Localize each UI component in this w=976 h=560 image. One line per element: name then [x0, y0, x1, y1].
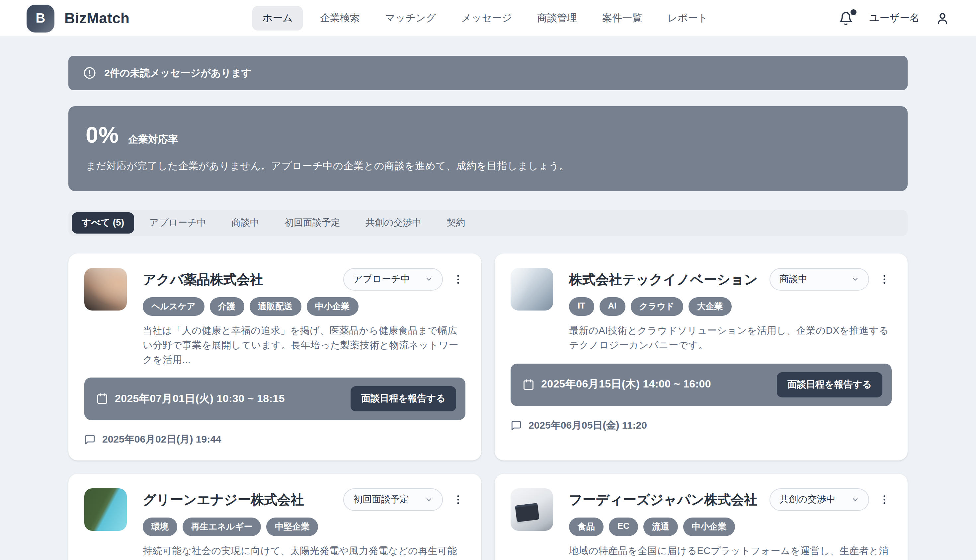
response-rate-value: 0% [86, 122, 119, 148]
brand-name: BizMatch [64, 10, 129, 27]
tag-chip: クラウド [630, 297, 683, 316]
filter-tab-co-creation[interactable]: 共創の交渉中 [356, 212, 431, 233]
status-dropdown-value: 初回面談予定 [353, 494, 409, 506]
card-title-row: アクバ薬品株式会社 アプローチ中 [143, 268, 465, 291]
response-rate-row: 0% 企業対応率 [86, 122, 890, 148]
primary-nav: ホーム 企業検索 マッチング メッセージ 商談管理 案件一覧 レポート [129, 6, 839, 30]
tag-chip: 中堅企業 [266, 518, 318, 537]
notification-unread-dot [851, 9, 857, 15]
kebab-menu-icon [452, 494, 464, 506]
app-root: B BizMatch ホーム 企業検索 マッチング メッセージ 商談管理 案件一… [0, 0, 976, 560]
response-rate-description: まだ対応が完了した企業がありません。アプローチ中の企業との商談を進めて、成約を目… [86, 160, 890, 173]
filter-tab-count: (5) [113, 217, 124, 228]
response-rate-label: 企業対応率 [128, 133, 178, 146]
company-name: 株式会社テックイノベーション [569, 270, 762, 288]
filter-tab-label: すべて [82, 217, 110, 228]
status-dropdown[interactable]: アプローチ中 [343, 268, 443, 291]
tag-list: ヘルスケア介護通販配送中小企業 [143, 297, 465, 316]
nav-item-negotiations[interactable]: 商談管理 [529, 7, 585, 30]
meeting-schedule-bar: 2025年07月01日(火) 10:30 ~ 18:15 面談日程を報告する [84, 378, 465, 420]
company-description: 地域の特産品を全国に届けるECプラットフォームを運営し、生産者と消費者を直接つな… [569, 544, 892, 560]
last-message-date: 2025年06月05日(金) 11:20 [528, 419, 647, 432]
notifications-button[interactable] [839, 11, 854, 25]
tag-chip: 流通 [643, 518, 678, 537]
tag-chip: 介護 [209, 297, 244, 316]
kebab-menu-icon [878, 494, 890, 506]
card-header-main: フーディーズジャパン株式会社 共創の交渉中 食品EC流通中小企業 [569, 489, 892, 537]
company-cards-grid: アクバ薬品株式会社 アプローチ中 ヘルスケア介護通販配送中小企業 当社は「 [69, 253, 907, 560]
calendar-icon [96, 393, 108, 405]
company-thumbnail [84, 489, 127, 531]
tag-chip: 大企業 [689, 297, 732, 316]
card-header: アクバ薬品株式会社 アプローチ中 ヘルスケア介護通販配送中小企業 [84, 268, 465, 316]
card-header-main: グリーンエナジー株式会社 初回面談予定 環境再生エネルギー中堅企業 [143, 489, 465, 537]
tag-list: 食品EC流通中小企業 [569, 518, 892, 537]
tag-list: 環境再生エネルギー中堅企業 [143, 518, 465, 537]
tag-chip: 中小企業 [683, 518, 735, 537]
nav-item-messages[interactable]: メッセージ [453, 7, 520, 30]
chat-bubble-icon [511, 420, 522, 431]
card-menu-button[interactable] [451, 272, 465, 287]
meeting-datetime: 2025年07月01日(火) 10:30 ~ 18:15 [115, 392, 285, 406]
nav-item-reports[interactable]: レポート [659, 7, 716, 30]
info-circle-icon [83, 67, 96, 80]
status-filter-bar: すべて (5) アプローチ中 商談中 初回面談予定 共創の交渉中 契約 [69, 210, 907, 236]
tag-chip: AI [599, 297, 625, 316]
chevron-down-icon [425, 275, 433, 283]
company-name: グリーンエナジー株式会社 [143, 491, 335, 509]
response-rate-banner: 0% 企業対応率 まだ対応が完了した企業がありません。アプローチ中の企業との商談… [69, 106, 907, 191]
card-title-row: グリーンエナジー株式会社 初回面談予定 [143, 489, 465, 511]
card-menu-button[interactable] [451, 493, 465, 507]
card-title-row: 株式会社テックイノベーション 商談中 [569, 268, 892, 291]
tag-chip: 食品 [569, 518, 603, 537]
company-name: フーディーズジャパン株式会社 [569, 491, 762, 509]
tag-chip: 中小企業 [306, 297, 358, 316]
card-menu-button[interactable] [877, 493, 892, 507]
status-dropdown[interactable]: 初回面談予定 [343, 489, 443, 511]
unread-messages-alert[interactable]: 2件の未読メッセージがあります [69, 56, 907, 90]
tag-list: ITAIクラウド大企業 [569, 297, 892, 316]
alert-message: 2件の未読メッセージがあります [104, 67, 252, 79]
chevron-down-icon [425, 496, 433, 504]
brand[interactable]: B BizMatch [27, 4, 129, 32]
nav-item-home[interactable]: ホーム [252, 6, 303, 30]
filter-tab-first-meeting[interactable]: 初回面談予定 [274, 212, 350, 233]
user-name-label: ユーザー名 [869, 12, 919, 25]
calendar-icon [523, 378, 535, 390]
status-dropdown-value: 商談中 [779, 273, 807, 285]
user-profile-icon[interactable] [936, 11, 949, 25]
filter-tab-contract[interactable]: 契約 [436, 212, 475, 233]
last-message-row: 2025年06月02日(月) 19:44 [84, 433, 465, 446]
tag-chip: 環境 [143, 518, 177, 537]
company-name: アクバ薬品株式会社 [143, 270, 335, 288]
brand-logo-letter: B [36, 11, 45, 26]
company-card: 株式会社テックイノベーション 商談中 ITAIクラウド大企業 最新のAI技 [495, 253, 907, 461]
meeting-schedule-bar: 2025年06月15日(木) 14:00 ~ 16:00 面談日程を報告する [511, 363, 892, 406]
company-description: 持続可能な社会の実現に向けて、太陽光発電や風力発電などの再生可能エネルギー事業を… [143, 544, 465, 560]
nav-item-matching[interactable]: マッチング [377, 7, 444, 30]
filter-tab-approaching[interactable]: アプローチ中 [139, 212, 216, 233]
top-navbar: B BizMatch ホーム 企業検索 マッチング メッセージ 商談管理 案件一… [0, 0, 976, 37]
filter-tab-negotiating[interactable]: 商談中 [221, 212, 269, 233]
meeting-date-group: 2025年06月15日(木) 14:00 ~ 16:00 [523, 378, 711, 392]
brand-logo: B [27, 4, 54, 32]
company-card: アクバ薬品株式会社 アプローチ中 ヘルスケア介護通販配送中小企業 当社は「 [69, 253, 481, 461]
report-meeting-button[interactable]: 面談日程を報告する [777, 372, 882, 397]
tag-chip: EC [609, 518, 638, 537]
card-menu-button[interactable] [877, 272, 892, 287]
company-thumbnail [84, 268, 127, 310]
report-meeting-button[interactable]: 面談日程を報告する [351, 387, 456, 412]
nav-item-company-search[interactable]: 企業検索 [312, 7, 368, 30]
card-header-main: アクバ薬品株式会社 アプローチ中 ヘルスケア介護通販配送中小企業 [143, 268, 465, 316]
status-dropdown[interactable]: 商談中 [769, 268, 869, 291]
tag-chip: 再生エネルギー [182, 518, 261, 537]
last-message-row: 2025年06月05日(金) 11:20 [511, 419, 892, 432]
status-dropdown[interactable]: 共創の交渉中 [769, 489, 869, 511]
last-message-date: 2025年06月02日(月) 19:44 [102, 433, 221, 446]
card-header-main: 株式会社テックイノベーション 商談中 ITAIクラウド大企業 [569, 268, 892, 316]
chevron-down-icon [851, 496, 859, 504]
nav-item-projects[interactable]: 案件一覧 [594, 7, 650, 30]
kebab-menu-icon [452, 273, 464, 285]
tag-chip: IT [569, 297, 594, 316]
filter-tab-all[interactable]: すべて (5) [72, 212, 134, 233]
